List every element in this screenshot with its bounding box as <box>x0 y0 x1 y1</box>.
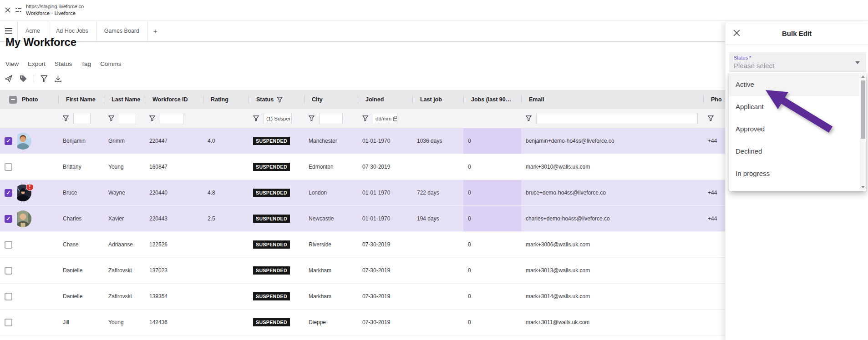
column-header-jobs-last-90[interactable]: Jobs (last 90… <box>463 90 521 109</box>
tab-games-board[interactable]: Games Board <box>96 20 147 41</box>
cell-workforce-id: 220440 <box>145 190 203 196</box>
menu-item-status[interactable]: Status <box>55 60 72 67</box>
menu-item-comms[interactable]: Comms <box>100 60 122 67</box>
column-header-rating[interactable]: Rating <box>203 90 249 109</box>
status-filter-value[interactable]: (1) Suspen <box>264 113 292 124</box>
cell-last-name: Young <box>104 164 145 170</box>
bulk-edit-title: Bulk Edit <box>726 22 868 45</box>
dropdown-option-in-progress[interactable]: In progress <box>729 162 859 185</box>
tab-label: Ad Hoc Jobs <box>56 28 88 34</box>
cell-joined: 01-01-1970 <box>358 190 412 196</box>
row-checkbox[interactable] <box>5 163 12 171</box>
column-header-city[interactable]: City <box>304 90 358 109</box>
tag-icon[interactable] <box>19 75 27 83</box>
column-header-first-name[interactable]: First Name <box>58 90 104 109</box>
filter-icon[interactable] <box>309 115 315 121</box>
row-checkbox[interactable]: ✓ <box>5 137 12 145</box>
column-header-joined[interactable]: Joined <box>358 90 412 109</box>
menu-item-view[interactable]: View <box>5 60 19 67</box>
checkbox-cell <box>0 241 17 249</box>
status-dropdown: ActiveApplicantApprovedDeclinedIn progre… <box>729 72 866 191</box>
column-label: Joined <box>365 96 384 103</box>
dropdown-option-declined[interactable]: Declined <box>729 140 859 162</box>
photo-cell: ! <box>17 185 58 201</box>
page-url[interactable]: https://staging.liveforce.co <box>26 3 84 10</box>
page-title-bar: Workforce - Liveforce <box>26 10 84 17</box>
dropdown-options: ActiveApplicantApprovedDeclinedIn progre… <box>729 73 859 185</box>
cell-jobs-last-90: 0 <box>463 232 521 257</box>
dropdown-option-active[interactable]: Active <box>729 73 859 95</box>
filter-icon[interactable] <box>253 115 259 121</box>
cell-jobs-last-90: 0 <box>463 284 521 309</box>
row-checkbox[interactable]: ✓ <box>5 189 12 197</box>
photo-cell <box>17 210 58 227</box>
joined-date-filter[interactable]: dd/mm <box>373 113 397 124</box>
row-checkbox[interactable] <box>5 241 12 249</box>
checkbox-cell <box>0 163 17 171</box>
last-name-filter-input[interactable] <box>119 113 136 124</box>
column-header-email[interactable]: Email <box>521 90 703 109</box>
status-badge: SUSPENDED <box>253 137 290 145</box>
column-header-last-job[interactable]: Last job <box>412 90 463 109</box>
row-checkbox[interactable]: ✓ <box>5 215 12 223</box>
dropdown-option-applicant[interactable]: Applicant <box>729 95 859 118</box>
filter-icon[interactable] <box>63 115 69 121</box>
filter-icon[interactable] <box>108 115 114 121</box>
cell-email: mark+3014@walls.uk.com <box>521 293 703 300</box>
scroll-down-button[interactable] <box>860 184 866 190</box>
status-select-field[interactable]: Status * Please select <box>729 52 866 72</box>
scroll-thumb[interactable] <box>861 80 865 139</box>
first-name-filter-input[interactable] <box>73 113 91 124</box>
row-checkbox[interactable] <box>5 293 12 300</box>
column-label: City <box>312 96 323 103</box>
column-header-photo[interactable]: Photo <box>17 90 58 109</box>
close-icon[interactable] <box>5 7 11 13</box>
send-message-icon[interactable] <box>5 75 13 83</box>
row-checkbox[interactable] <box>5 267 12 275</box>
column-header-workforce-id[interactable]: Workforce ID <box>145 90 203 109</box>
cell-first-name: Danielle <box>58 267 104 274</box>
tab-label: Games Board <box>104 28 139 34</box>
cell-status: SUSPENDED <box>249 240 304 249</box>
cell-last-job: 722 days <box>412 190 463 196</box>
filter-icon[interactable] <box>149 115 155 121</box>
status-badge: SUSPENDED <box>253 189 290 197</box>
tab-switcher-icon[interactable] <box>15 7 22 13</box>
filter-icon[interactable] <box>362 115 368 121</box>
column-header-status[interactable]: Status <box>249 90 304 109</box>
menu-item-export[interactable]: Export <box>28 60 46 67</box>
workforce-id-filter-input[interactable] <box>160 113 183 124</box>
cell-last-job: 194 days <box>412 215 463 222</box>
filter-icon[interactable] <box>708 115 714 121</box>
status-field-value: Please select <box>734 62 862 70</box>
filter-icon[interactable] <box>526 115 532 121</box>
download-icon[interactable] <box>54 75 62 83</box>
status-badge: SUSPENDED <box>253 266 290 275</box>
new-tab-button[interactable]: + <box>147 20 163 41</box>
dropdown-scrollbar[interactable] <box>860 73 866 190</box>
filter-icon[interactable] <box>41 75 48 82</box>
select-all-checkbox[interactable] <box>9 96 17 104</box>
cell-rating: 4.0 <box>203 138 249 144</box>
row-checkbox[interactable] <box>5 319 12 326</box>
scroll-up-button[interactable] <box>860 73 866 80</box>
browser-topbar: https://staging.liveforce.co Workforce -… <box>0 0 868 20</box>
cell-joined: 01-01-1970 <box>358 138 412 144</box>
column-label: Rating <box>211 96 228 103</box>
cell-email: mark+3013@walls.uk.com <box>521 267 703 274</box>
checkbox-cell <box>0 319 17 326</box>
column-header-last-name[interactable]: Last Name <box>104 90 145 109</box>
page-menu: View Export Status Tag Comms <box>5 60 122 67</box>
email-filter-input[interactable] <box>536 113 698 124</box>
dropdown-option-approved[interactable]: Approved <box>729 118 859 140</box>
menu-item-tag[interactable]: Tag <box>81 60 91 67</box>
city-filter-input[interactable] <box>319 113 343 124</box>
column-label: First Name <box>66 96 96 103</box>
cell-joined: 07-30-2019 <box>358 293 412 300</box>
cell-last-name: Zafirovski <box>104 267 145 274</box>
filter-icon[interactable] <box>277 97 283 103</box>
status-field-label: Status * <box>734 55 862 60</box>
column-label: Last Name <box>112 96 140 103</box>
status-badge: SUSPENDED <box>253 318 290 326</box>
cell-jobs-last-90: 0 <box>463 180 521 205</box>
